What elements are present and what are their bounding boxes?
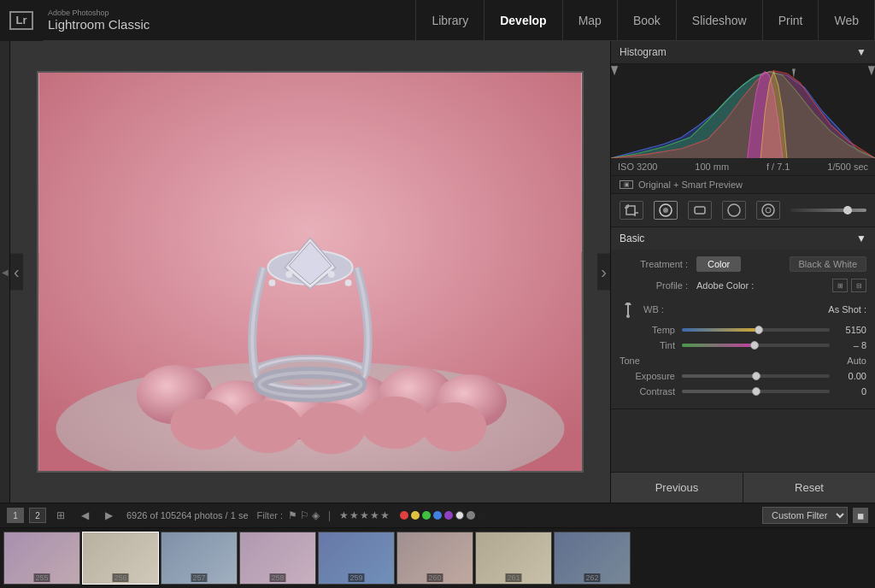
top-navigation: Lr Adobe Photoshop Lightroom Classic Lib… (0, 0, 875, 41)
profile-icons: ⊞ ⊟ (832, 279, 866, 292)
bottom-buttons: Previous Reset (611, 472, 875, 503)
color-dot-white[interactable] (455, 511, 464, 520)
nav-print[interactable]: Print (763, 0, 819, 40)
view-2-btn[interactable]: 2 (29, 508, 46, 523)
histogram-menu-icon[interactable]: ▼ (856, 46, 866, 58)
left-panel-toggle[interactable]: ◀ (0, 41, 10, 503)
treatment-label: Treatment : (620, 259, 688, 269)
film-thumb-259[interactable]: 259 (318, 532, 395, 585)
basic-panel-header[interactable]: Basic ▼ (611, 227, 875, 250)
nav-map[interactable]: Map (563, 0, 618, 40)
histogram-header: Histogram ▼ (611, 41, 875, 64)
badge-icon[interactable]: ◈ (312, 509, 320, 521)
profile-list-btn[interactable]: ⊟ (851, 279, 866, 292)
color-dot-red[interactable] (400, 511, 408, 520)
film-thumb-261[interactable]: 261 (475, 532, 552, 585)
previous-button[interactable]: Previous (611, 472, 743, 503)
photo-count: 6926 of 105264 photos / 1 se (126, 510, 249, 520)
auto-btn[interactable]: Auto (847, 356, 866, 366)
nav-library[interactable]: Library (415, 0, 484, 40)
svg-point-21 (345, 279, 352, 286)
svg-point-19 (285, 271, 292, 278)
eyedropper-icon[interactable] (620, 301, 637, 318)
preview-icon: ▣ (620, 180, 633, 189)
tint-slider-row: Tint – 8 (620, 340, 866, 350)
film-thumb-262[interactable]: 262 (554, 532, 631, 585)
panel-slider[interactable] (790, 209, 866, 212)
flag-reject-icon[interactable]: ⚐ (300, 509, 309, 521)
svg-point-8 (170, 399, 238, 450)
contrast-value: 0 (837, 386, 866, 397)
profile-label: Profile : (620, 280, 688, 291)
tone-label: Tone (620, 356, 640, 366)
nav-items: Library Develop Map Book Slideshow Print… (415, 0, 875, 40)
back-icon[interactable]: ◀ (75, 508, 94, 523)
star-5[interactable]: ★ (380, 509, 390, 521)
film-thumb-257[interactable]: 257 (161, 532, 238, 585)
svg-rect-35 (695, 207, 705, 214)
filter-label: Filter : (257, 510, 284, 520)
svg-point-10 (297, 403, 365, 454)
exposure-value: 0.00 (837, 371, 866, 381)
color-dot-yellow[interactable] (411, 511, 420, 520)
filmstrip: 255 256 257 258 259 260 261 262 (0, 528, 875, 588)
star-4[interactable]: ★ (370, 509, 379, 521)
left-arrow-icon: ◀ (2, 268, 9, 277)
photo-frame (37, 71, 584, 473)
custom-filter-select[interactable]: Custom Filter (762, 507, 848, 524)
contrast-slider[interactable] (682, 390, 830, 393)
exposure-slider[interactable] (682, 374, 830, 378)
wb-value[interactable]: As Shot : (664, 304, 866, 315)
film-thumb-260[interactable]: 260 (396, 532, 473, 585)
tool-row (611, 194, 875, 227)
reset-button[interactable]: Reset (743, 472, 875, 503)
grid-view-icon[interactable]: ⊞ (51, 508, 70, 523)
heal-tool[interactable] (654, 201, 678, 220)
basic-panel-toggle-icon: ▼ (856, 232, 866, 244)
photo-nav-right[interactable]: › (597, 254, 610, 291)
crop-tool[interactable] (620, 201, 643, 220)
star-1[interactable]: ★ (339, 509, 349, 521)
svg-point-12 (422, 403, 486, 452)
svg-point-37 (762, 204, 774, 216)
color-dot-green[interactable] (422, 511, 431, 520)
nav-web[interactable]: Web (819, 0, 875, 40)
flag-icon[interactable]: ⚑ (288, 509, 297, 521)
color-dot-gray[interactable] (467, 511, 475, 520)
profile-grid-btn[interactable]: ⊞ (832, 279, 848, 292)
temp-label: Temp (620, 325, 675, 335)
color-dot-black[interactable] (478, 511, 486, 520)
nav-book[interactable]: Book (618, 0, 677, 40)
nav-slideshow[interactable]: Slideshow (677, 0, 763, 40)
exposure-slider-row: Exposure 0.00 (620, 371, 866, 381)
color-dot-purple[interactable] (444, 511, 453, 520)
bw-treatment-btn[interactable]: Black & White (790, 256, 866, 272)
film-thumb-256[interactable]: 256 (82, 532, 159, 585)
tint-slider[interactable] (682, 344, 830, 347)
view-1-btn[interactable]: 1 (7, 508, 24, 523)
filmstrip-end-btn[interactable]: ◼ (853, 508, 868, 523)
color-treatment-btn[interactable]: Color (696, 256, 741, 272)
forward-icon[interactable]: ▶ (99, 508, 118, 523)
app-title: Adobe Photoshop Lightroom Classic (48, 9, 150, 32)
star-3[interactable]: ★ (360, 509, 369, 521)
temp-slider[interactable] (682, 328, 830, 332)
thumb-num-257: 257 (191, 573, 207, 582)
tint-value: – 8 (837, 340, 866, 350)
color-dot-blue[interactable] (433, 511, 442, 520)
filmstrip-bar: 1 2 ⊞ ◀ ▶ 6926 of 105264 photos / 1 se F… (0, 503, 875, 528)
film-thumb-255[interactable]: 255 (3, 532, 80, 585)
aperture-value: f / 7.1 (766, 162, 790, 172)
svg-point-38 (766, 208, 771, 213)
camera-info: ISO 3200 100 mm f / 7.1 1/500 sec (611, 158, 875, 176)
film-thumb-258[interactable]: 258 (239, 532, 316, 585)
redeye-tool[interactable] (688, 201, 712, 220)
star-rating: ★ ★ ★ ★ ★ (339, 509, 390, 521)
nav-develop[interactable]: Develop (484, 0, 562, 40)
star-2[interactable]: ★ (349, 509, 359, 521)
gradient-tool[interactable] (722, 201, 746, 220)
brush-tool[interactable] (756, 201, 780, 220)
svg-point-20 (328, 271, 335, 278)
photo-nav-left[interactable]: ‹ (10, 254, 23, 291)
wb-row: WB : As Shot : (620, 301, 866, 318)
